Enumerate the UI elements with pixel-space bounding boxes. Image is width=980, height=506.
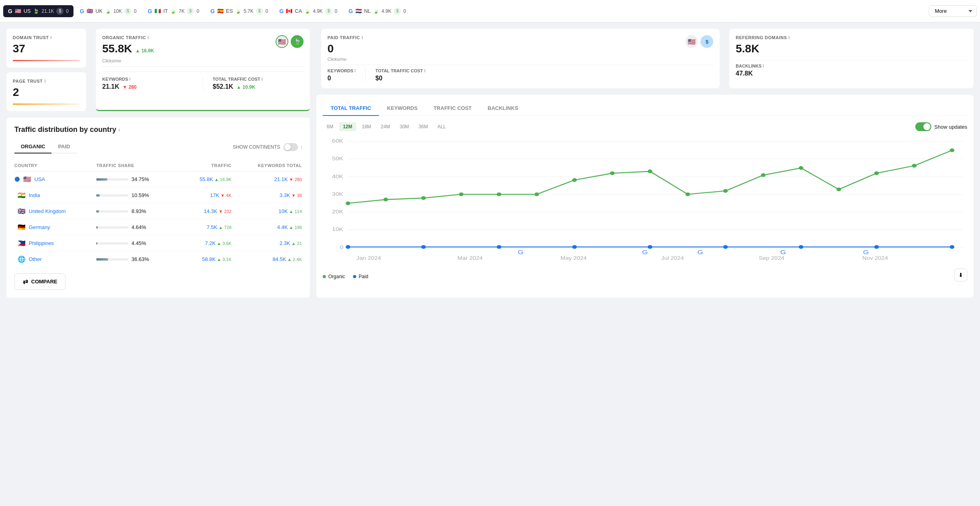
time-btn-12m[interactable]: 12M bbox=[339, 122, 356, 131]
domain-trust-info[interactable]: i bbox=[50, 35, 52, 40]
google-icon-nl: G bbox=[349, 8, 353, 14]
tab-paid[interactable]: PAID bbox=[52, 140, 76, 153]
leaf-icon-it: 🍃 bbox=[170, 8, 176, 14]
google-icon-ca: G bbox=[279, 8, 284, 14]
tab-organic[interactable]: ORGANIC bbox=[14, 140, 52, 153]
nav-tab-ca[interactable]: G 🇨🇦 CA 🍃 4.9K $ 0 bbox=[274, 5, 342, 17]
svg-point-39 bbox=[761, 173, 766, 177]
google-icon-us: G bbox=[8, 8, 12, 14]
chart-tab-traffic-cost[interactable]: TRAFFIC COST bbox=[426, 101, 480, 116]
continents-toggle[interactable] bbox=[284, 143, 298, 151]
compare-label: COMPARE bbox=[31, 279, 57, 285]
traffic-value[interactable]: 14.3K bbox=[204, 208, 217, 214]
col-share: TRAFFIC SHARE bbox=[96, 160, 181, 171]
country-cell: 🇵🇭 Philippines bbox=[14, 235, 96, 251]
svg-text:G: G bbox=[863, 249, 869, 255]
time-btn-36m[interactable]: 36M bbox=[415, 122, 432, 131]
time-btn-24m[interactable]: 24M bbox=[377, 122, 394, 131]
svg-point-22 bbox=[950, 245, 954, 249]
bar-bg bbox=[96, 194, 128, 197]
backlinks-info[interactable]: i bbox=[763, 64, 764, 68]
right-stats-row: PAID TRAFFIC i 0 Clicks/mo 🇺🇸 $ bbox=[316, 29, 974, 88]
country-flag: 🇩🇪 bbox=[18, 223, 26, 231]
flag-it: 🇮🇹 bbox=[155, 8, 161, 14]
svg-text:Mar 2024: Mar 2024 bbox=[457, 255, 483, 261]
chart-tab-backlinks[interactable]: BACKLINKS bbox=[480, 101, 526, 116]
paid-dollar-btn[interactable]: $ bbox=[700, 35, 713, 48]
page-trust-info[interactable]: i bbox=[44, 79, 46, 84]
trust-column: DOMAIN TRUST i 37 PAGE TRUST i 2 bbox=[6, 29, 86, 111]
bar-bg bbox=[96, 258, 128, 261]
share-value: 4.45% bbox=[131, 240, 146, 246]
paid-us: 0 bbox=[66, 8, 69, 14]
continents-info[interactable]: i bbox=[301, 145, 302, 149]
nav-tab-us[interactable]: G 🇺🇸 US 🍃 21.1K $ 0 bbox=[3, 5, 73, 17]
keywords-value[interactable]: 4.4K bbox=[277, 224, 288, 230]
chart-tab-keywords[interactable]: KEYWORDS bbox=[379, 101, 426, 116]
keywords-value[interactable]: 2.3K bbox=[280, 240, 290, 246]
organic-cost-info[interactable]: i bbox=[262, 77, 263, 82]
nav-tab-nl[interactable]: G 🇳🇱 NL 🍃 4.9K $ 0 bbox=[344, 5, 411, 17]
paid-cost-info[interactable]: i bbox=[424, 68, 425, 73]
time-btn-30m[interactable]: 30M bbox=[396, 122, 413, 131]
organic-leaf-btn[interactable]: 🍃 bbox=[291, 35, 304, 48]
country-name[interactable]: Philippines bbox=[29, 240, 54, 246]
traffic-value[interactable]: 55.8K bbox=[200, 176, 213, 182]
svg-point-43 bbox=[912, 164, 917, 167]
country-name[interactable]: Germany bbox=[29, 224, 50, 230]
organic-traffic-label: ORGANIC TRAFFIC i bbox=[102, 35, 154, 40]
keywords-value[interactable]: 3.3K bbox=[280, 192, 290, 198]
paid-keywords-info[interactable]: i bbox=[355, 68, 356, 73]
show-updates-toggle-btn[interactable] bbox=[915, 122, 931, 131]
stats-top-row: DOMAIN TRUST i 37 PAGE TRUST i 2 bbox=[6, 29, 310, 111]
organic-flags: 🇺🇸 🍃 bbox=[276, 35, 304, 48]
bar-bg bbox=[96, 242, 128, 245]
traffic-cell: 7.5K ▲ 728 bbox=[181, 219, 231, 235]
country-name[interactable]: Other bbox=[29, 256, 42, 262]
time-btn-all[interactable]: ALL bbox=[433, 122, 450, 131]
country-name[interactable]: United Kingdom bbox=[29, 208, 66, 214]
paid-flag-btn[interactable]: 🇺🇸 bbox=[685, 35, 698, 48]
country-name[interactable]: India bbox=[29, 192, 40, 198]
keywords-value[interactable]: 21.1K bbox=[274, 176, 288, 182]
paid-legend-label: Paid bbox=[359, 274, 368, 279]
table-row: 🇵🇭 Philippines 4.45% 7.2K ▲ 3.6K 2.3K ▲ … bbox=[14, 235, 302, 251]
organic-flag-btn[interactable]: 🇺🇸 bbox=[276, 35, 288, 48]
traffic-value[interactable]: 17K bbox=[210, 192, 219, 198]
chart-controls: 6M 12M 18M 24M 30M 36M ALL Show updates bbox=[323, 122, 967, 131]
traffic-it: 7K bbox=[179, 8, 184, 14]
share-value: 8.93% bbox=[131, 208, 146, 214]
traffic-value[interactable]: 58.8K bbox=[202, 256, 216, 262]
leaf-icon-nl: 🍃 bbox=[373, 8, 379, 14]
organic-traffic-info[interactable]: i bbox=[148, 35, 149, 40]
keywords-value[interactable]: 10K bbox=[279, 208, 288, 214]
svg-point-20 bbox=[799, 245, 803, 249]
svg-text:G: G bbox=[518, 249, 524, 255]
traffic-value[interactable]: 7.5K bbox=[206, 224, 217, 230]
time-btn-6m[interactable]: 6M bbox=[323, 122, 337, 131]
chart-area: 60K 50K 40K 30K 20K 10K 0 bbox=[323, 137, 967, 265]
more-select[interactable]: More bbox=[929, 5, 977, 17]
paid-traffic-info[interactable]: i bbox=[362, 35, 363, 40]
distribution-info[interactable]: i bbox=[119, 127, 120, 132]
keywords-value[interactable]: 84.5K bbox=[272, 256, 286, 262]
flag-nl: 🇳🇱 bbox=[355, 8, 362, 14]
google-icon-uk: G bbox=[80, 8, 84, 14]
organic-keywords-info[interactable]: i bbox=[129, 77, 131, 82]
country-name[interactable]: USA bbox=[34, 176, 45, 182]
nav-tab-it[interactable]: G 🇮🇹 IT 🍃 7K $ 0 bbox=[143, 5, 204, 17]
organic-clicks-label: Clicks/mo bbox=[102, 58, 154, 63]
organic-cost-change: ▲ 10.9K bbox=[236, 84, 255, 90]
chart-card: TOTAL TRAFFIC KEYWORDS TRAFFIC COST BACK… bbox=[316, 95, 974, 298]
time-btn-18m[interactable]: 18M bbox=[358, 122, 375, 131]
compare-button[interactable]: ⇄ COMPARE bbox=[14, 273, 65, 290]
referring-info[interactable]: i bbox=[789, 35, 790, 40]
chart-tab-total-traffic[interactable]: TOTAL TRAFFIC bbox=[323, 101, 379, 116]
nav-tab-uk[interactable]: G 🇬🇧 UK 🍃 10K $ 0 bbox=[75, 5, 141, 17]
referring-value: 5.8K bbox=[736, 42, 967, 55]
traffic-value[interactable]: 7.2K bbox=[205, 240, 216, 246]
download-button[interactable]: ⬇ bbox=[954, 269, 967, 281]
page-trust-card: PAGE TRUST i 2 bbox=[6, 72, 86, 111]
keywords-cell: 4.4K ▲ 196 bbox=[232, 219, 302, 235]
nav-tab-es[interactable]: G 🇪🇸 ES 🍃 5.7K $ 0 bbox=[206, 5, 273, 17]
